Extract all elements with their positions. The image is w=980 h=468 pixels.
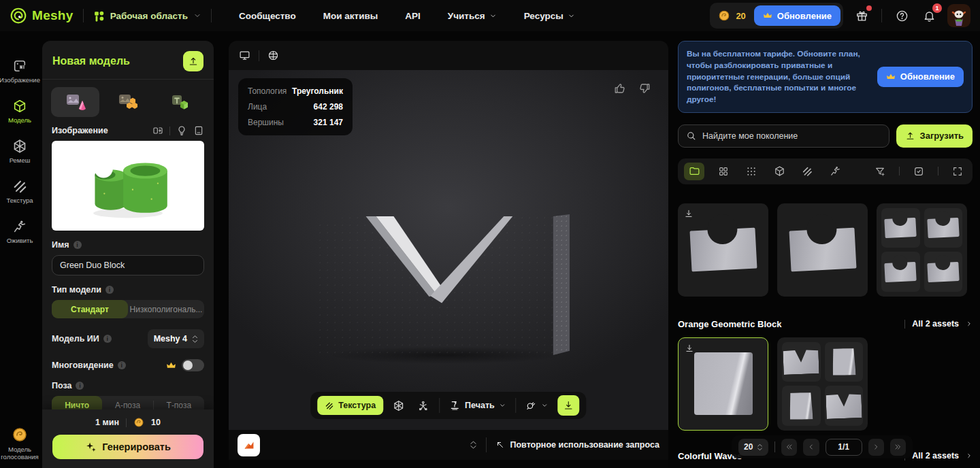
per-page-select[interactable]: 20 — [738, 439, 768, 456]
variant-tile[interactable] — [825, 386, 864, 426]
left-rail: Изображение Модель Ремеш Текстура Оживит… — [0, 31, 39, 468]
orange-block-thumb — [242, 437, 257, 452]
nav-api[interactable]: API — [405, 11, 421, 21]
user-avatar[interactable] — [947, 4, 970, 27]
wireframe-sphere-icon[interactable] — [267, 50, 279, 61]
credits-pill[interactable]: 20 Обновление — [710, 3, 843, 29]
collapse-strip-button[interactable] — [470, 440, 477, 450]
nav-my-assets[interactable]: Мои активы — [323, 11, 378, 21]
upgrade-button[interactable]: Обновление — [754, 5, 840, 26]
nav-resources[interactable]: Ресурсы — [524, 11, 575, 21]
texture-button[interactable]: Текстура — [317, 396, 383, 415]
rig-button[interactable] — [414, 397, 432, 414]
rail-item-texture[interactable]: Текстура — [0, 179, 39, 205]
tab-image-to-voxel[interactable] — [103, 87, 152, 117]
thumbs-down-icon[interactable] — [638, 82, 651, 95]
gift-button[interactable] — [853, 7, 870, 24]
chevron-right-icon — [966, 452, 973, 459]
download-icon[interactable] — [684, 209, 693, 218]
last-page-button[interactable] — [890, 439, 906, 456]
asset-card[interactable] — [777, 203, 868, 297]
meshy-logo[interactable]: Meshy — [10, 7, 74, 24]
text-to-3d-icon — [169, 93, 192, 112]
filter-animations-button[interactable] — [826, 163, 844, 180]
chevron-right-icon — [966, 320, 973, 327]
asset-card[interactable] — [678, 203, 768, 297]
variant-tile[interactable] — [782, 342, 821, 382]
variant-tile[interactable] — [782, 386, 821, 426]
divider — [126, 418, 127, 427]
upload-asset-button[interactable]: Загрузить — [896, 124, 973, 148]
api-plug-button[interactable] — [523, 400, 551, 411]
help-button[interactable] — [893, 7, 911, 24]
workspace-selector[interactable]: Рабочая область — [93, 10, 201, 22]
viewport-canvas[interactable]: ТопологияТреугольник Лица642 298 Вершины… — [229, 70, 668, 430]
variant-tile[interactable] — [881, 252, 920, 292]
section-link[interactable]: All 2 assets — [904, 319, 973, 329]
variant-tile[interactable] — [924, 208, 963, 248]
search-box[interactable] — [678, 124, 889, 148]
cube-preview — [694, 352, 753, 415]
notification-dot — [866, 5, 872, 11]
asset-card-variants[interactable] — [877, 203, 967, 297]
variant-tile[interactable] — [825, 342, 864, 382]
section-link[interactable]: All 2 assets — [904, 451, 973, 461]
multi-select-button[interactable] — [910, 163, 928, 180]
prev-page-button[interactable] — [803, 439, 819, 456]
expand-panel-button[interactable] — [949, 163, 966, 180]
tab-text-to-3d[interactable] — [157, 87, 205, 117]
view-grid-button[interactable] — [715, 163, 732, 180]
divider — [42, 79, 214, 80]
variant-tile[interactable] — [881, 208, 920, 248]
mesh-info-panel: ТопологияТреугольник Лица642 298 Вершины… — [238, 78, 353, 135]
type-lowpoly-option[interactable]: Низкополигональ... — [128, 300, 204, 318]
divider — [486, 437, 487, 452]
workspace-grid-icon — [93, 10, 105, 22]
reuse-prompt-button[interactable]: Повторное использование запроса — [495, 440, 660, 450]
sort-filter-button[interactable] — [871, 163, 889, 180]
thumbs-up-icon[interactable] — [614, 82, 626, 95]
ai-model-select[interactable]: Meshy 4 — [148, 329, 204, 348]
rig-icon — [418, 400, 429, 412]
compare-icon[interactable] — [152, 125, 163, 136]
nav-learn[interactable]: Учиться — [448, 11, 497, 21]
multiview-toggle[interactable] — [182, 359, 204, 371]
type-standard-option[interactable]: Стандарт — [52, 300, 128, 318]
tab-image-to-3d[interactable] — [51, 87, 99, 117]
variant-tile[interactable] — [924, 252, 963, 292]
vblock-3d-model[interactable] — [316, 214, 570, 355]
asset-card-variants[interactable] — [777, 337, 868, 431]
first-page-button[interactable] — [781, 439, 797, 456]
banner-upgrade-button[interactable]: Обновление — [877, 67, 964, 87]
workspace-label: Рабочая область — [110, 11, 188, 21]
upload-image-button[interactable] — [183, 51, 203, 71]
filter-all-button[interactable] — [742, 163, 760, 180]
display-icon[interactable] — [239, 50, 250, 61]
notifications-button[interactable]: 1 — [920, 7, 938, 24]
model-name-input[interactable] — [52, 255, 204, 275]
download-model-button[interactable] — [558, 395, 580, 416]
input-image-preview[interactable] — [52, 141, 204, 231]
search-icon — [686, 131, 696, 141]
next-page-button[interactable] — [868, 439, 884, 456]
generate-button[interactable]: Генерировать — [52, 435, 203, 459]
rail-item-vote-model[interactable]: Модель голосования — [0, 427, 39, 461]
prompt-image-thumbnail[interactable] — [238, 434, 260, 456]
nav-community[interactable]: Сообщество — [239, 11, 296, 21]
print-button[interactable]: Печать — [446, 400, 509, 411]
filter-textures-button[interactable] — [798, 163, 816, 180]
lightbulb-icon[interactable] — [176, 125, 187, 136]
rail-item-animate[interactable]: Оживить — [0, 219, 39, 245]
view-folders-button[interactable] — [684, 163, 704, 180]
model-type-label: Тип моделиi — [52, 285, 204, 295]
download-icon[interactable] — [685, 344, 694, 353]
asset-card-selected[interactable] — [678, 337, 768, 431]
rail-item-remesh[interactable]: Ремеш — [0, 139, 39, 165]
panel-title: Новая модель — [52, 55, 130, 67]
guide-icon[interactable] — [193, 125, 204, 136]
filter-models-button[interactable] — [770, 163, 788, 180]
search-input[interactable] — [702, 131, 881, 141]
rail-item-model[interactable]: Модель — [0, 99, 39, 124]
rail-item-image[interactable]: Изображение — [0, 58, 39, 84]
remesh-button[interactable] — [390, 397, 408, 414]
